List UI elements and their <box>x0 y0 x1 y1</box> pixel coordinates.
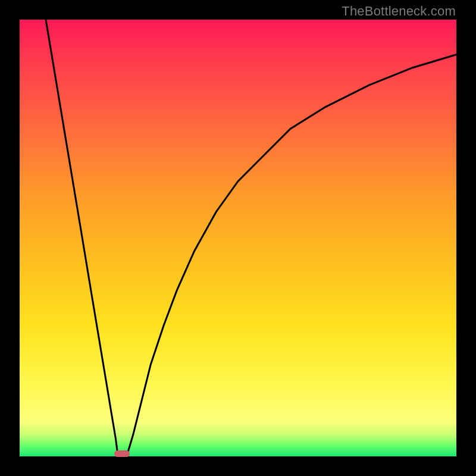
curve-path <box>46 20 456 456</box>
watermark-text: TheBottleneck.com <box>342 4 456 19</box>
plot-area <box>20 20 456 456</box>
bottleneck-curve <box>20 20 456 456</box>
chart-frame: TheBottleneck.com <box>0 0 476 476</box>
optimum-marker <box>114 450 130 457</box>
